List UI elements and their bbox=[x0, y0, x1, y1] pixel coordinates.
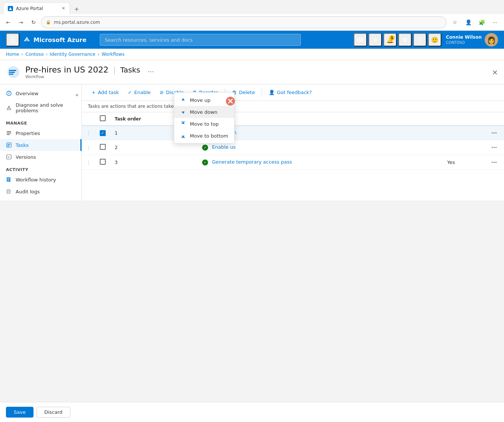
move-up-icon bbox=[180, 97, 186, 103]
move-down-icon bbox=[180, 109, 186, 115]
dropdown-overlay[interactable] bbox=[0, 0, 504, 200]
move-up-label: Move up bbox=[190, 97, 211, 103]
move-down-item[interactable]: Move down bbox=[174, 106, 234, 118]
move-to-top-label: Move to top bbox=[190, 121, 218, 127]
move-to-bottom-item[interactable]: Move to bottom bbox=[174, 130, 234, 142]
move-up-item[interactable]: Move up bbox=[174, 94, 234, 106]
svg-rect-29 bbox=[181, 122, 185, 122]
move-to-top-item[interactable]: Move to top bbox=[174, 118, 234, 130]
move-to-bottom-icon bbox=[180, 133, 186, 139]
reorder-dropdown: Move up Move down Move to top Move to bo… bbox=[174, 92, 235, 144]
move-down-label: Move down bbox=[190, 109, 217, 115]
svg-rect-30 bbox=[181, 138, 185, 138]
move-to-top-icon bbox=[180, 121, 186, 127]
move-to-bottom-label: Move to bottom bbox=[190, 133, 228, 139]
